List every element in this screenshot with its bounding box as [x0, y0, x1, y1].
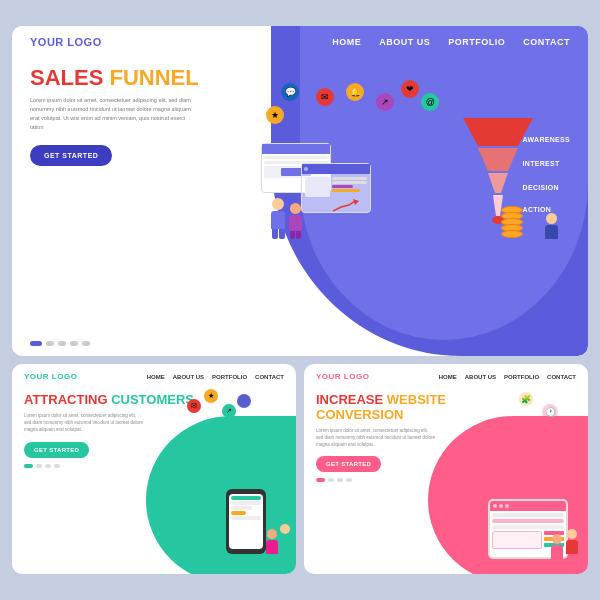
bottom-left-nav-links: HOME ABOUT US PORTFOLIO CONTACT — [147, 374, 284, 380]
pink-figure-1 — [566, 529, 578, 554]
screen-mockup-2 — [301, 163, 371, 213]
nav-about[interactable]: ABOUT US — [379, 37, 430, 47]
br-nav-portfolio[interactable]: PORTFOLIO — [504, 374, 539, 380]
social-share-icon: ↗ — [376, 93, 394, 111]
bl-title-p2: CUSTOMERS — [111, 392, 194, 407]
funnel-labels: AWARENESS INTEREST DECISION ACTION — [523, 136, 570, 213]
dot-3[interactable] — [58, 341, 66, 346]
hero-left: SALES FUNNEL Lorem ipsum dolor sit amet,… — [30, 66, 273, 346]
br-title-p1: INCREASE — [316, 392, 387, 407]
top-nav-links: HOME ABOUT US PORTFOLIO CONTACT — [332, 37, 570, 47]
br-dot-1[interactable] — [316, 478, 325, 482]
hero-description: Lorem ipsum dolor sit amet, consectetuer… — [30, 96, 200, 131]
teal-figure-2 — [266, 529, 278, 554]
social-at-icon: @ — [421, 93, 439, 111]
br-dots — [316, 478, 576, 482]
teal-social-3: ↗ — [222, 404, 236, 418]
teal-social-2: ★ — [204, 389, 218, 403]
dot-1[interactable] — [30, 341, 42, 346]
attracting-customers-card: YOUR LOGO HOME ABOUT US PORTFOLIO CONTAC… — [12, 364, 296, 574]
bottom-right-nav: YOUR LOGO HOME ABOUT US PORTFOLIO CONTAC… — [304, 364, 588, 389]
funnel-stage-3: DECISION — [523, 184, 570, 191]
hero-title-part1: SALES — [30, 65, 109, 90]
pink-puzzle-icon: 🧩 — [519, 392, 533, 406]
bottom-left-nav: YOUR LOGO HOME ABOUT US PORTFOLIO CONTAC… — [12, 364, 296, 389]
bl-dot-1[interactable] — [24, 464, 33, 468]
chart-icon — [333, 199, 363, 213]
bl-dot-2[interactable] — [36, 464, 42, 468]
br-get-started-button[interactable]: GET STARTED — [316, 456, 381, 472]
dot-4[interactable] — [70, 341, 78, 346]
br-nav-contact[interactable]: CONTACT — [547, 374, 576, 380]
bl-nav-portfolio[interactable]: PORTFOLIO — [212, 374, 247, 380]
phone-screen — [229, 494, 263, 549]
hero-title-part2: FUNNEL — [109, 65, 198, 90]
funnel-stage-2: INTEREST — [523, 160, 570, 167]
figure-2 — [289, 203, 302, 239]
bl-dot-4[interactable] — [54, 464, 60, 468]
br-dot-3[interactable] — [337, 478, 343, 482]
figure-seated — [545, 213, 558, 239]
svg-marker-2 — [488, 173, 508, 193]
svg-marker-1 — [478, 148, 518, 171]
bottom-right-title: INCREASE WEBSITECONVERSION — [316, 393, 576, 423]
dot-5[interactable] — [82, 341, 90, 346]
br-nav-home[interactable]: HOME — [439, 374, 457, 380]
nav-portfolio[interactable]: PORTFOLIO — [448, 37, 505, 47]
top-nav: YOUR LOGO HOME ABOUT US PORTFOLIO CONTAC… — [12, 26, 588, 58]
figure-presenter — [271, 198, 285, 239]
bottom-right-logo: YOUR LOGO — [316, 372, 369, 381]
increase-conversion-card: YOUR LOGO HOME ABOUT US PORTFOLIO CONTAC… — [304, 364, 588, 574]
nav-contact[interactable]: CONTACT — [523, 37, 570, 47]
monitor-bar — [490, 501, 566, 511]
bottom-right-desc: Lorem ipsum dolor sit amet, consectetuer… — [316, 427, 436, 449]
bl-dots — [24, 464, 284, 468]
br-dot-4[interactable] — [346, 478, 352, 482]
funnel-illustration: ✉ 🔔 ↗ ❤ @ 💬 ★ AWARENESS INTEREST — [261, 88, 578, 356]
teal-social-1: ✉ — [187, 399, 201, 413]
bl-get-started-button[interactable]: GET STARTED — [24, 442, 89, 458]
bl-nav-about[interactable]: ABOUT US — [173, 374, 204, 380]
nav-home[interactable]: HOME — [332, 37, 361, 47]
bl-nav-contact[interactable]: CONTACT — [255, 374, 284, 380]
bottom-left-desc: Lorem ipsum dolor sit amet, consectetuer… — [24, 412, 144, 434]
social-email-icon: ✉ — [316, 88, 334, 106]
funnel-stage-4: ACTION — [523, 206, 570, 213]
pink-clock-icon: 🕐 — [542, 404, 558, 420]
get-started-button[interactable]: GET STARTED — [30, 145, 112, 166]
bottom-left-logo: YOUR LOGO — [24, 372, 77, 381]
social-notification-icon: 🔔 — [346, 83, 364, 101]
social-heart-icon: ❤ — [401, 80, 419, 98]
bottom-right-nav-links: HOME ABOUT US PORTFOLIO CONTACT — [439, 374, 576, 380]
top-logo: YOUR LOGO — [30, 36, 102, 48]
br-nav-about[interactable]: ABOUT US — [465, 374, 496, 380]
top-card: YOUR LOGO HOME ABOUT US PORTFOLIO CONTAC… — [12, 26, 588, 356]
funnel-stage-1: AWARENESS — [523, 136, 570, 143]
bl-title-p1: ATTRACTING — [24, 392, 111, 407]
bl-nav-home[interactable]: HOME — [147, 374, 165, 380]
phone-illustration — [226, 489, 266, 554]
bottom-row: YOUR LOGO HOME ABOUT US PORTFOLIO CONTAC… — [12, 364, 588, 574]
social-star-icon: ★ — [266, 106, 284, 124]
coin-stack — [501, 208, 523, 238]
carousel-dots — [30, 335, 273, 346]
dot-2[interactable] — [46, 341, 54, 346]
pink-figure-2 — [551, 534, 563, 559]
br-dot-2[interactable] — [328, 478, 334, 482]
hero-section: SALES FUNNEL Lorem ipsum dolor sit amet,… — [12, 58, 588, 356]
hero-title: SALES FUNNEL — [30, 66, 273, 90]
bl-dot-3[interactable] — [45, 464, 51, 468]
teal-figure-1 — [279, 524, 291, 549]
social-chat-icon: 💬 — [281, 83, 299, 101]
teal-social-4: 🎵 — [237, 394, 251, 408]
